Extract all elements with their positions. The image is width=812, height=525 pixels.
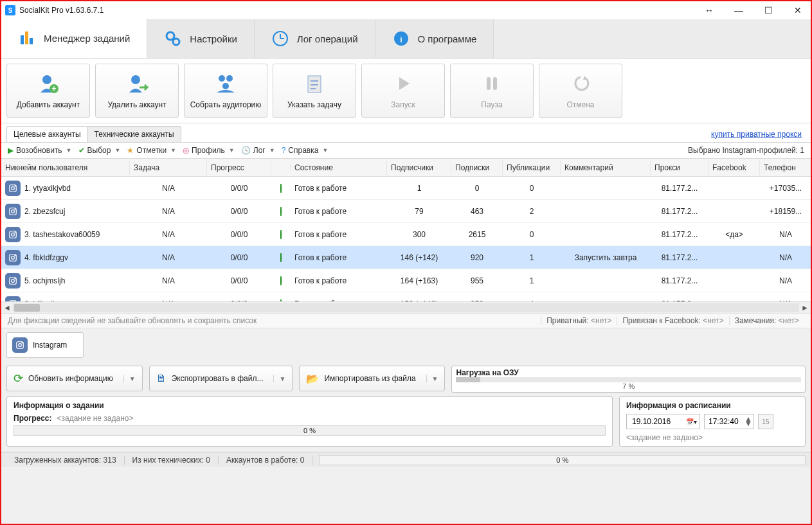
table-row[interactable]: 1. ytyaxikjvbdN/A0/0/0Готов к работе1008… [1, 177, 811, 200]
toolbar-button-0[interactable]: +Добавить аккаунт [6, 64, 90, 118]
status-dot-icon [280, 207, 282, 216]
cell-phone: N/A [760, 230, 811, 239]
cell-task: N/A [130, 207, 207, 216]
cell-phone: N/A [760, 276, 811, 285]
filter-item-1[interactable]: ✔Выбор▼ [78, 146, 121, 155]
table-row[interactable]: 4. fbktdfzggvN/A0/0/0Готов к работе146 (… [1, 246, 811, 269]
refresh-info-button[interactable]: ⟳ Обновить информацию ▼ [6, 366, 143, 391]
cell-state: Готов к работе [291, 184, 387, 193]
cell-progress: 0/0/0 [207, 230, 271, 239]
instagram-icon [5, 273, 21, 289]
svg-point-26 [12, 186, 15, 190]
filter-item-2[interactable]: ★Отметки▼ [127, 146, 176, 155]
maximize-button[interactable]: ☐ [759, 4, 777, 17]
chevron-down-icon: ▼ [269, 147, 275, 154]
dropdown-caret-icon[interactable]: ▼ [123, 375, 136, 382]
column-header[interactable] [271, 165, 291, 170]
schedule-time-input[interactable] [706, 414, 742, 429]
schedule-date-input[interactable] [629, 414, 686, 429]
sub-tab-0[interactable]: Целевые аккаунты [6, 126, 88, 142]
toolbar-icon [214, 72, 237, 95]
cell-posts: 0 [503, 230, 561, 239]
footer-kv: Приватный: <нет> [541, 316, 617, 325]
status-dot-icon [280, 184, 282, 193]
close-button[interactable]: ✕ [789, 4, 807, 17]
cell-task: N/A [130, 230, 207, 239]
filter-item-0[interactable]: ▶Возобновить▼ [8, 146, 72, 155]
toolbar-button-5: Пауза [450, 64, 534, 118]
main-tab-3[interactable]: iО программе [375, 19, 494, 58]
filter-icon: ▶ [8, 146, 14, 155]
cell-followers: 146 (+142) [387, 253, 451, 262]
status-progressbar-label: 0 % [320, 456, 805, 465]
column-header[interactable]: Подписки [451, 161, 503, 175]
drag-icon[interactable]: ↔ [700, 4, 718, 17]
sub-tab-1[interactable]: Технические аккаунты [87, 126, 181, 142]
main-tab-1[interactable]: Настройки [147, 19, 255, 58]
scroll-thumb[interactable] [14, 304, 40, 312]
table-row[interactable]: 5. ochjmsljhN/A0/0/0Готов к работе164 (+… [1, 269, 811, 292]
table-row[interactable]: 2. zbezsfcujN/A0/0/0Готов к работе794632… [1, 200, 811, 223]
filter-item-4[interactable]: 🕓Лог▼ [241, 146, 275, 155]
filter-item-5[interactable]: ?Справка▼ [282, 146, 329, 155]
column-header[interactable]: Состояние [291, 161, 387, 175]
import-from-file-button[interactable]: 📂 Импортировать из файла ▼ [299, 366, 445, 391]
instagram-icon [5, 204, 21, 219]
instagram-icon [5, 296, 21, 302]
column-header[interactable]: Прокси [651, 161, 708, 175]
svg-point-14 [219, 75, 225, 82]
cell-task: N/A [130, 184, 207, 193]
schedule-apply-button[interactable]: 15 [758, 414, 773, 429]
main-tab-0[interactable]: Менеджер заданий [1, 19, 147, 58]
column-header[interactable]: Никнейм пользователя [1, 161, 130, 175]
cell-facebook: <да> [708, 230, 760, 239]
filter-icon: ? [282, 146, 286, 155]
column-header[interactable]: Facebook [708, 161, 760, 175]
window-title: SocialKit Pro v1.63.6.7.1 [19, 6, 700, 15]
toolbar-button-1[interactable]: Удалить аккаунт [95, 64, 179, 118]
buy-proxy-link[interactable]: купить приватные прокси [711, 130, 806, 139]
toolbar-icon [125, 72, 149, 95]
svg-point-32 [12, 233, 15, 236]
column-header[interactable]: Комментарий [561, 161, 651, 175]
tab-icon: i [392, 30, 410, 48]
cell-followers: 300 [387, 230, 451, 239]
dropdown-caret-icon[interactable]: ▼ [273, 375, 285, 382]
instagram-tab[interactable]: Instagram [6, 332, 84, 358]
export-to-file-button[interactable]: 🗎 Экспортировать в файл... ▼ [149, 366, 293, 391]
cell-proxy: 81.177.2... [651, 207, 708, 216]
app-logo-icon: S [5, 5, 15, 15]
column-header[interactable]: Прогресс [207, 161, 271, 175]
chevron-down-icon: ▼ [170, 147, 176, 154]
column-header[interactable]: Подписчики [387, 161, 451, 175]
cell-posts: 1 [503, 276, 561, 285]
time-spinner-icon[interactable]: ▲▼ [744, 417, 752, 426]
cell-following: 955 [451, 276, 503, 285]
scroll-left-icon[interactable]: ◄ [1, 303, 13, 312]
filter-label: Выбор [87, 146, 111, 155]
minimize-button[interactable]: — [730, 4, 748, 17]
calendar-icon[interactable]: 📅▾ [686, 418, 697, 425]
scroll-right-icon[interactable]: ► [799, 303, 811, 312]
toolbar-button-2[interactable]: Собрать аудиторию [184, 64, 267, 118]
column-header[interactable]: Публикации [503, 161, 561, 175]
svg-point-3 [167, 32, 174, 40]
table-row[interactable]: 3. tashestakova60059N/A0/0/0Готов к рабо… [1, 223, 811, 246]
dropdown-caret-icon[interactable]: ▼ [426, 375, 438, 382]
toolbar-button-3[interactable]: Указать задачу [273, 64, 356, 118]
toolbar-label: Пауза [481, 100, 502, 109]
filter-label: Лог [253, 146, 266, 155]
tab-label: О программе [418, 33, 477, 44]
table-row[interactable]: 6. hflicgilrN/A0/0/0Готов к работе150 (+… [1, 292, 811, 301]
export-icon: 🗎 [156, 373, 167, 384]
column-header[interactable]: Телефон [760, 161, 811, 175]
chevron-down-icon: ▼ [229, 147, 235, 154]
horizontal-scrollbar[interactable]: ◄ ► [1, 301, 811, 313]
main-tab-2[interactable]: Лог операций [255, 19, 375, 58]
filter-item-3[interactable]: ◎Профиль▼ [183, 146, 235, 155]
cell-progress: 0/0/0 [207, 253, 271, 262]
cell-following: 920 [451, 253, 503, 262]
task-info-panel: Информация о задании Прогресс: <задание … [6, 396, 613, 447]
column-header[interactable]: Задача [130, 161, 207, 175]
schedule-note: <задание не задано> [626, 433, 798, 442]
